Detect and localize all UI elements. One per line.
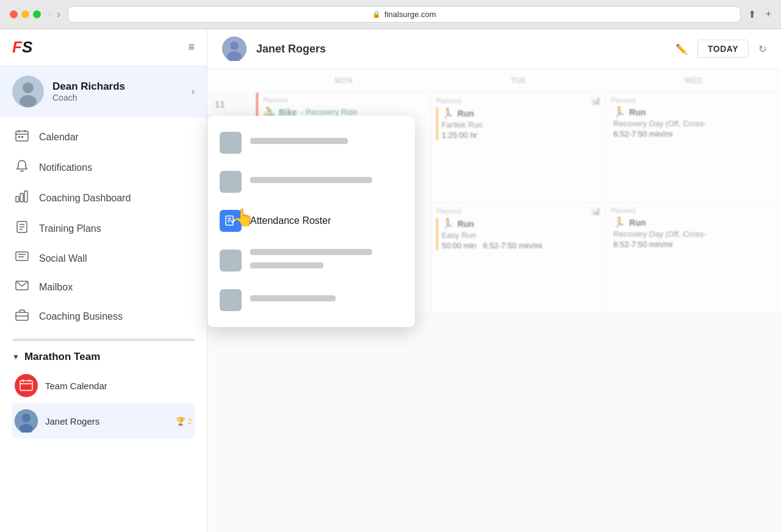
svg-rect-16 bbox=[16, 252, 28, 261]
calendar-icon bbox=[15, 129, 29, 145]
svg-rect-9 bbox=[16, 196, 19, 202]
run-icon-2: 🏃 bbox=[613, 106, 625, 118]
nav-arrows: ‹ › bbox=[48, 8, 60, 21]
svg-point-1 bbox=[23, 82, 34, 93]
planned-wed-2: Planned bbox=[611, 207, 776, 214]
forward-button[interactable]: › bbox=[57, 8, 60, 21]
svg-rect-10 bbox=[20, 193, 23, 202]
training-icon bbox=[15, 220, 29, 237]
today-button[interactable]: TODAY bbox=[697, 40, 749, 58]
dropdown-item-1[interactable] bbox=[207, 123, 415, 162]
team-header[interactable]: ▼ Marathon Team bbox=[12, 351, 195, 363]
cell-wed-2: Planned 🏃 Run Recovery Day (Off, Cross- … bbox=[606, 203, 781, 313]
sidebar-item-mailbox[interactable]: Mailbox bbox=[0, 273, 207, 301]
traffic-lights bbox=[10, 10, 41, 18]
cell-tue-1: Planned 📊 🏃 Run Fartlek Run 1:25:00 hr bbox=[431, 93, 606, 203]
team-calendar-label: Team Calendar bbox=[45, 381, 192, 391]
maximize-button[interactable] bbox=[33, 10, 41, 18]
back-button[interactable]: ‹ bbox=[48, 8, 52, 21]
planned-tue-2: Planned 📊 bbox=[436, 207, 601, 215]
team-section: ▼ Marathon Team Team Calendar bbox=[0, 343, 207, 446]
sidebar-header: FS ≡ bbox=[0, 29, 207, 66]
top-bar: Janet Rogers ✏️ TODAY ↻ bbox=[207, 29, 781, 69]
share-icon[interactable]: ⬆ bbox=[748, 9, 756, 20]
sidebar-item-calendar[interactable]: Calendar bbox=[0, 122, 207, 152]
calendar-header: MON TUE WED bbox=[207, 69, 781, 93]
profile-arrow-icon: › bbox=[192, 87, 195, 96]
dropdown-icon-1 bbox=[220, 132, 242, 154]
dropdown-item-4[interactable] bbox=[207, 240, 415, 281]
svg-rect-22 bbox=[20, 381, 32, 390]
athlete-avatar-janet bbox=[15, 409, 38, 433]
dropdown-icon-4 bbox=[220, 250, 242, 271]
planned-mon: Planned bbox=[263, 96, 426, 104]
dropdown-item-5[interactable] bbox=[207, 281, 415, 320]
attendance-icon bbox=[220, 210, 242, 232]
sidebar-item-social[interactable]: Social Wall bbox=[0, 244, 207, 273]
sidebar-label-training: Training Plans bbox=[39, 223, 101, 234]
sidebar-item-notifications[interactable]: Notifications bbox=[0, 152, 207, 183]
user-name: Dean Richards bbox=[52, 81, 183, 93]
edit-icon[interactable]: ✏️ bbox=[675, 43, 688, 55]
svg-rect-8 bbox=[21, 136, 23, 138]
avatar bbox=[12, 76, 44, 107]
trophy-icon: 🏆 bbox=[176, 417, 185, 426]
browser-actions: ⬆ + bbox=[748, 9, 771, 20]
user-info: Dean Richards Coach bbox=[52, 81, 183, 102]
svg-rect-7 bbox=[18, 136, 20, 138]
user-profile[interactable]: Dean Richards Coach › bbox=[0, 66, 207, 117]
planned-wed-1: Planned bbox=[611, 96, 776, 104]
address-bar[interactable]: 🔒 finalsurge.com bbox=[68, 6, 741, 23]
dropdown-icon-5 bbox=[220, 289, 242, 311]
athlete-item-janet[interactable]: Janet Rogers 🏆 2 bbox=[12, 403, 195, 439]
team-calendar-item[interactable]: Team Calendar bbox=[12, 368, 195, 403]
planned-tue-1: Planned 📊 bbox=[436, 96, 601, 105]
svg-point-30 bbox=[230, 41, 239, 50]
business-icon bbox=[15, 309, 29, 324]
dropdown-menu[interactable]: Attendance Roster 👆 bbox=[207, 116, 415, 327]
chart-icon-2: 📊 bbox=[591, 207, 600, 215]
add-tab-icon[interactable]: + bbox=[766, 9, 771, 20]
svg-point-27 bbox=[22, 414, 31, 422]
team-caret-icon: ▼ bbox=[12, 353, 20, 361]
dashboard-icon bbox=[15, 190, 29, 206]
minimize-button[interactable] bbox=[21, 10, 29, 18]
sidebar-label-calendar: Calendar bbox=[39, 132, 79, 143]
sidebar-item-dashboard[interactable]: Coaching Dashboard bbox=[0, 183, 207, 213]
cell-wed-1: Planned 🏃 Run Recovery Day (Off, Cross- … bbox=[606, 93, 781, 203]
col-header-tue: TUE bbox=[431, 74, 606, 87]
sidebar-divider bbox=[12, 339, 195, 341]
athlete-name-janet: Janet Rogers bbox=[45, 416, 168, 426]
attendance-label: Attendance Roster bbox=[250, 215, 403, 226]
close-button[interactable] bbox=[10, 10, 18, 18]
social-icon bbox=[15, 251, 29, 265]
sidebar-label-mailbox: Mailbox bbox=[39, 282, 73, 293]
sidebar-label-dashboard: Coaching Dashboard bbox=[39, 193, 131, 204]
browser-chrome: ‹ › 🔒 finalsurge.com ⬆ + bbox=[0, 0, 781, 29]
hamburger-menu[interactable]: ≡ bbox=[188, 41, 195, 54]
trophy-badge: 🏆 2 bbox=[176, 417, 192, 426]
sidebar-label-notifications: Notifications bbox=[39, 162, 92, 173]
sidebar-item-training[interactable]: Training Plans bbox=[0, 213, 207, 244]
col-header-mon: MON bbox=[256, 74, 431, 87]
svg-point-2 bbox=[20, 95, 37, 107]
url-text: finalsurge.com bbox=[384, 10, 436, 19]
cell-tue-2: Planned 📊 🏃 Run Easy Run 50:00 min 6:52-… bbox=[431, 203, 606, 313]
nav-section: Calendar Notifications bbox=[0, 117, 207, 336]
team-name: Marathon Team bbox=[24, 351, 100, 363]
sidebar-item-business[interactable]: Coaching Business bbox=[0, 301, 207, 331]
svg-rect-11 bbox=[24, 191, 27, 202]
sidebar-label-business: Coaching Business bbox=[39, 311, 123, 322]
dropdown-item-attendance[interactable]: Attendance Roster 👆 bbox=[207, 201, 415, 240]
trophy-count: 2 bbox=[188, 417, 192, 426]
bell-icon bbox=[15, 159, 29, 176]
dropdown-icon-2 bbox=[220, 171, 242, 193]
sidebar-label-social: Social Wall bbox=[39, 253, 87, 264]
col-header-wed: WED bbox=[606, 74, 781, 87]
refresh-icon[interactable]: ↻ bbox=[758, 43, 766, 55]
lock-icon: 🔒 bbox=[372, 10, 381, 18]
dropdown-item-2[interactable] bbox=[207, 162, 415, 201]
run-icon-1: 🏃 bbox=[442, 107, 454, 119]
logo: FS bbox=[12, 38, 32, 57]
user-role: Coach bbox=[52, 93, 183, 102]
